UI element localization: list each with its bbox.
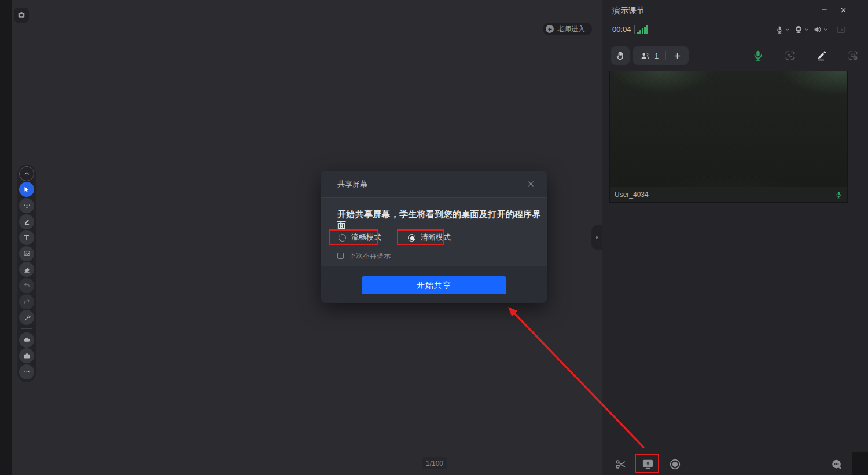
more-tools-button[interactable]	[19, 364, 34, 379]
chat-button[interactable]	[829, 454, 845, 475]
dialog-header: 共享屏幕	[321, 171, 547, 198]
camera-icon	[17, 11, 25, 19]
left-edge-strip	[0, 0, 12, 475]
redo-button[interactable]	[19, 294, 34, 309]
student-name: User_4034	[615, 191, 649, 199]
redo-icon	[23, 298, 31, 305]
dialog-body: 开始共享屏幕，学生将看到您的桌面及打开的程序界面 流畅模式 清晰模式 下次不再提…	[321, 198, 547, 266]
panel-expand-handle[interactable]	[591, 225, 602, 250]
eraser-icon	[23, 266, 31, 273]
status-divider	[634, 25, 635, 34]
collapse-up-icon	[23, 170, 31, 177]
radio-smooth-label: 流畅模式	[351, 232, 381, 243]
all-mics-button[interactable]	[752, 50, 764, 61]
toolbox-button[interactable]	[19, 348, 34, 363]
camera-snapshot-button[interactable]	[14, 8, 29, 23]
video-name-bar: User_4034	[610, 187, 847, 202]
panel-divider	[602, 41, 868, 41]
laser-pointer-icon	[23, 314, 31, 321]
people-icon[interactable]	[640, 51, 650, 61]
authorize-pen-button[interactable]	[815, 50, 827, 61]
members-group: 1	[633, 46, 689, 65]
dialog-close-button[interactable]	[527, 180, 535, 188]
dialog-message: 开始共享屏幕，学生将看到您的桌面及打开的程序界面	[337, 209, 547, 231]
close-button[interactable]	[840, 6, 847, 14]
radio-selected-icon	[408, 234, 415, 242]
checkbox-icon	[337, 253, 344, 259]
classroom-panel: 演示课节 00:04	[602, 0, 868, 475]
mic-control-button[interactable]	[775, 25, 784, 34]
member-count: 1	[654, 52, 659, 60]
raise-hand-button[interactable]	[611, 46, 630, 65]
camera-control-button[interactable]	[794, 25, 803, 34]
scissors-snip-button[interactable]	[612, 454, 628, 475]
screen-share-button[interactable]	[639, 454, 656, 475]
toolbox-icon	[23, 352, 31, 360]
speaker-control-button[interactable]	[813, 25, 822, 34]
radio-clear-mode[interactable]: 清晰模式	[403, 229, 455, 246]
collapse-toolbar-button[interactable]	[19, 166, 34, 181]
camera-settings-button[interactable]	[847, 50, 859, 61]
swap-video-button[interactable]	[784, 50, 796, 61]
share-screen-dialog: 共享屏幕 开始共享屏幕，学生将看到您的桌面及打开的程序界面 流畅模式 清晰模式 …	[321, 171, 547, 303]
panel-quick-actions	[752, 46, 859, 65]
image-tool-button[interactable]	[19, 246, 34, 261]
page-indicator-label: 1/100	[426, 459, 443, 467]
image-icon	[23, 250, 31, 257]
select-cursor-icon	[23, 186, 30, 193]
dialog-title: 共享屏幕	[337, 179, 367, 189]
page-indicator: 1/100	[422, 457, 447, 469]
device-controls	[775, 23, 862, 36]
panel-bottom-bar	[602, 454, 868, 475]
pen-icon	[23, 218, 31, 225]
text-icon	[23, 234, 30, 241]
start-share-button[interactable]: 开始共享	[362, 276, 506, 294]
corner-strip	[852, 452, 868, 475]
mic-dropdown-chevron-icon[interactable]	[785, 27, 790, 32]
hand-icon	[616, 51, 626, 61]
record-button[interactable]	[667, 454, 683, 475]
mode-options: 流畅模式 清晰模式	[334, 229, 455, 246]
toolbar-divider	[21, 328, 32, 329]
move-icon	[23, 202, 31, 209]
radio-icon	[339, 234, 346, 242]
camera-dropdown-chevron-icon[interactable]	[804, 27, 810, 32]
enter-arrow-icon	[546, 25, 554, 33]
dialog-footer: 开始共享	[321, 266, 547, 302]
signal-bars-icon	[637, 24, 650, 34]
invite-plus-button[interactable]	[673, 52, 682, 60]
undo-icon	[23, 282, 31, 289]
lesson-title: 演示课节	[612, 6, 645, 16]
text-tool-button[interactable]	[19, 230, 34, 245]
eraser-tool-button[interactable]	[19, 262, 34, 277]
dont-remind-label: 下次不再提示	[349, 251, 391, 261]
dont-remind-option[interactable]: 下次不再提示	[337, 251, 391, 261]
cloud-icon	[23, 336, 31, 344]
radio-smooth-mode[interactable]: 流畅模式	[334, 229, 386, 246]
class-timer: 00:04	[612, 25, 631, 34]
more-icon	[23, 368, 31, 375]
pen-tool-button[interactable]	[19, 214, 34, 229]
laser-pointer-button[interactable]	[19, 310, 34, 325]
screen-sync-icon[interactable]	[837, 26, 845, 34]
undo-button[interactable]	[19, 278, 34, 293]
minimize-button[interactable]	[821, 6, 828, 13]
speaker-dropdown-chevron-icon[interactable]	[823, 27, 829, 32]
teacher-entered-label: 老师进入	[557, 24, 585, 34]
radio-clear-label: 清晰模式	[421, 232, 451, 243]
cloud-files-button[interactable]	[19, 332, 34, 348]
classroom-window: 老师进入	[0, 0, 868, 475]
student-video-tile[interactable]: User_4034	[609, 71, 848, 203]
move-tool-button[interactable]	[19, 198, 34, 213]
group-divider	[665, 51, 666, 60]
mic-on-icon[interactable]	[835, 191, 843, 199]
whiteboard-toolbar	[17, 165, 36, 382]
teacher-entered-toast: 老师进入	[543, 23, 592, 35]
select-tool-button[interactable]	[19, 182, 34, 197]
expand-right-icon	[594, 234, 600, 241]
